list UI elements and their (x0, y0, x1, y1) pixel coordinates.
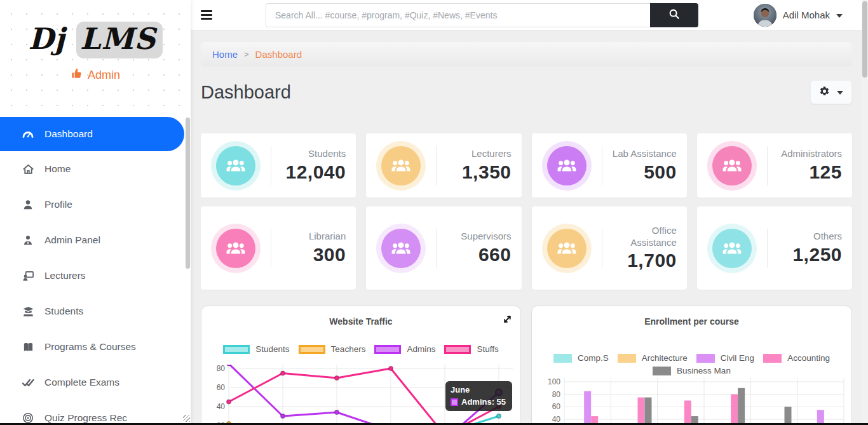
stat-value: 125 (778, 161, 842, 183)
sidebar-item-label: Students (44, 306, 83, 317)
app-logo[interactable]: Dj LMS (0, 22, 191, 56)
divider (271, 229, 271, 268)
stat-card-administrators[interactable]: Administrators125 (697, 133, 852, 198)
resize-grip-icon[interactable] (183, 415, 190, 422)
sidebar-item-complete-exams[interactable]: Complete Exams (0, 365, 191, 400)
users-group-icon (547, 146, 587, 186)
sidebar-item-label: Dashboard (44, 128, 93, 140)
users-group-icon (712, 229, 752, 268)
role-row: Admin (0, 67, 191, 83)
sidebar-item-home[interactable]: Home (0, 151, 191, 187)
title-row: Dashboard (201, 80, 852, 104)
chart-legend: Business Man (532, 366, 851, 375)
svg-text:60: 60 (552, 402, 561, 411)
page-title: Dashboard (201, 82, 291, 103)
breadcrumb-current: Dashboard (255, 49, 302, 60)
sidebar-item-label: Lecturers (44, 270, 86, 281)
svg-text:40: 40 (552, 415, 561, 424)
sidebar-item-quiz-progress[interactable]: Quiz Progress Rec (0, 400, 191, 425)
users-group-icon (712, 146, 752, 186)
stat-value: 1,250 (778, 244, 842, 266)
breadcrumb: Home > Dashboard (201, 42, 852, 67)
legend-item[interactable]: Architecture (618, 353, 688, 363)
sidebar-item-dashboard[interactable]: Dashboard (0, 117, 184, 151)
settings-dropdown-button[interactable] (810, 80, 852, 104)
window-scrollbar[interactable] (862, 0, 868, 425)
legend-item[interactable]: Civil Eng (696, 353, 754, 363)
legend-item[interactable]: Business Man (653, 366, 731, 375)
gauge-icon (22, 128, 34, 140)
legend-item[interactable]: Accounting (763, 353, 830, 363)
sidebar-header: Dj LMS Admin (0, 0, 191, 114)
divider (602, 146, 602, 186)
target-icon (22, 412, 34, 424)
legend-swatch (299, 345, 325, 354)
role-label[interactable]: Admin (88, 69, 120, 82)
charts-row: Website Traffic Students Teachers Admins… (201, 306, 852, 425)
stat-icon-halo (376, 141, 426, 191)
search-icon (668, 8, 680, 22)
users-group-icon (216, 229, 255, 268)
stat-card-librarian[interactable]: Librarian300 (201, 206, 356, 290)
sidebar-item-label: Programs & Courses (44, 341, 136, 353)
legend-swatch (653, 367, 671, 375)
stat-card-students[interactable]: Students12,040 (201, 133, 356, 198)
window-scrollbar-thumb[interactable] (862, 1, 867, 78)
stat-label: Supervisors (447, 231, 511, 243)
sidebar-item-programs-courses[interactable]: Programs & Courses (0, 329, 191, 365)
chart-legend: Students Teachers Admins Stuffs (201, 344, 520, 354)
legend-item[interactable]: Comp.S (553, 353, 609, 363)
hamburger-menu-icon[interactable] (201, 10, 212, 20)
chart-title: Website Traffic (201, 316, 520, 327)
thumbs-up-icon (71, 67, 83, 83)
sidebar-scrollbar[interactable] (186, 0, 190, 425)
stat-icon-halo (376, 224, 426, 273)
user-icon (22, 198, 34, 211)
stat-label: Students (281, 148, 346, 160)
legend-swatch (763, 354, 782, 363)
svg-text:60: 60 (217, 383, 226, 392)
sidebar-item-label: Admin Panel (44, 234, 100, 246)
legend-item[interactable]: Students (223, 344, 289, 354)
stat-value: 500 (613, 161, 677, 183)
search-bar (266, 3, 698, 27)
stat-card-lecturers[interactable]: Lecturers1,350 (366, 133, 521, 198)
stat-icon-halo (707, 141, 757, 191)
stat-card-office-assistance[interactable]: Office Assistance1,700 (532, 206, 687, 290)
users-group-icon (547, 229, 587, 268)
logo-prefix: Dj (28, 22, 65, 56)
stat-icon-halo (211, 141, 261, 191)
legend-item[interactable]: Stuffs (444, 344, 498, 354)
svg-text:40: 40 (217, 402, 226, 411)
svg-text:80: 80 (552, 390, 561, 399)
legend-swatch (553, 354, 572, 363)
chart-title: Enrollment per course (532, 316, 851, 327)
bar-chart-canvas[interactable]: 10080604020 (532, 378, 851, 425)
expand-icon[interactable] (502, 314, 513, 327)
search-button[interactable] (650, 3, 698, 27)
sidebar-item-students[interactable]: Students (0, 293, 191, 329)
svg-text:100: 100 (548, 378, 560, 386)
search-input[interactable] (266, 3, 650, 27)
legend-swatch (618, 354, 636, 363)
sidebar-scrollbar-thumb[interactable] (186, 118, 190, 269)
stat-icon-halo (542, 224, 592, 273)
breadcrumb-home-link[interactable]: Home (212, 49, 238, 60)
stat-card-supervisors[interactable]: Supervisors660 (366, 206, 521, 290)
legend-item[interactable]: Admins (374, 344, 435, 354)
sidebar-item-label: Home (44, 163, 71, 175)
sidebar-nav: Dashboard Home Profile Admin Panel Lectu… (0, 117, 191, 425)
sidebar-item-admin-panel[interactable]: Admin Panel (0, 222, 191, 258)
stat-value: 1,350 (447, 161, 511, 183)
sidebar-item-lecturers[interactable]: Lecturers (0, 258, 191, 293)
stat-label: Others (778, 231, 842, 243)
stat-label: Librarian (281, 231, 346, 243)
legend-item[interactable]: Teachers (299, 344, 366, 354)
legend-swatch (444, 345, 471, 354)
stat-card-others[interactable]: Others1,250 (697, 206, 852, 290)
stat-card-lab-assistance[interactable]: Lab Assistance500 (532, 133, 687, 198)
sidebar-item-profile[interactable]: Profile (0, 187, 191, 222)
chart-tooltip: June Admins: 55 (445, 381, 512, 411)
user-menu[interactable]: Adil Mohak (754, 4, 843, 27)
users-group-icon (381, 229, 421, 268)
